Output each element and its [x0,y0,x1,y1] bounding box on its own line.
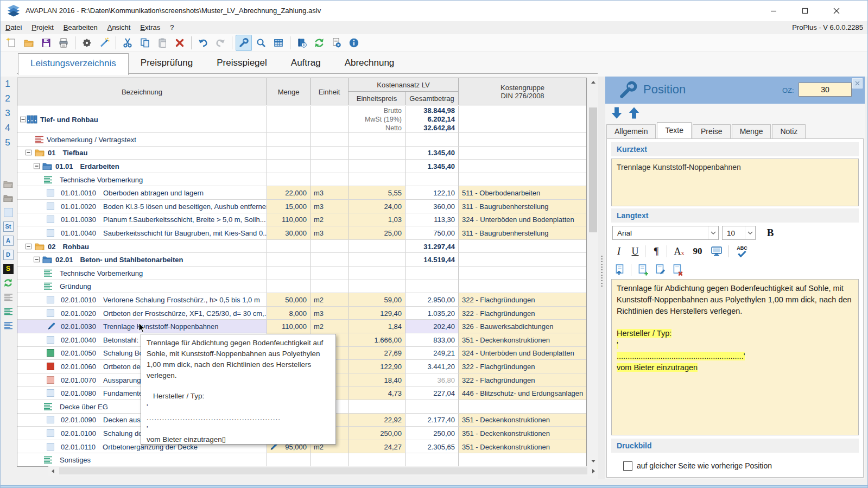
scroll-up-button[interactable] [588,78,598,87]
cell-gb[interactable]: 750,00 [406,226,459,239]
table-row-01.01.0040[interactable]: 01.01.0040 Sauberkeitsschicht für Baugru… [17,226,586,240]
cell-b[interactable]: Technische Vorbemerkung [17,173,267,186]
save-icon[interactable] [38,35,54,51]
cell-ep[interactable]: 1,03 [349,213,406,226]
outline-level-2[interactable]: 2 [1,93,15,104]
cell-gb[interactable]: 2.950,00 [406,293,459,306]
panel-tab-menge[interactable]: Menge [732,124,771,138]
scroll-down-button[interactable] [588,457,598,466]
cell-kg[interactable]: 446 - Blitzschutz- und Erdungsanlagen [459,386,586,400]
text-add-icon[interactable] [635,263,650,277]
wrench-icon[interactable] [236,35,252,51]
box-A-icon[interactable]: A [3,235,14,246]
horizontal-scrollbar-thumb[interactable] [59,467,587,474]
cell-gb[interactable]: 833,00 [406,333,459,346]
cell-kg[interactable]: 511 - Oberbodenarbeiten [459,186,586,199]
cell-e[interactable]: m2 [311,320,349,333]
copy-icon[interactable] [137,35,153,51]
expander-icon[interactable] [20,116,26,122]
cell-ep[interactable]: 4,73 [349,386,406,400]
info-circle-icon[interactable] [346,35,362,51]
table-row-01.01.0030[interactable]: 01.01.0030 Planum f.Sauberkeitsschicht, … [17,213,586,227]
cell-b[interactable]: 01.01.0020 Boden Kl.3-5 lösen und beseit… [17,200,267,213]
cell-gb[interactable]: 113,30 [406,213,459,226]
langtext-editor[interactable]: Trennlage für Abdichtung gegen Bodenfeuc… [611,279,859,435]
col-header-menge[interactable]: Menge [267,78,311,105]
cell-kg[interactable]: 351 - Deckenkonstruktionen [459,414,586,427]
cell-gb[interactable]: 122,10 [406,186,459,199]
cell-b[interactable]: 01.01.0030 Planum f.Sauberkeitsschicht, … [17,213,267,226]
folder-gray-open-icon[interactable] [3,193,14,204]
refresh-icon[interactable] [311,35,327,51]
table-row-02.01.0030[interactable]: 02.01.0030 Trennlage Kunststoff-Noppenba… [17,320,586,333]
open-folder-icon[interactable] [21,35,37,51]
panel-tab-texte[interactable]: Texte [657,122,691,138]
cell-kg[interactable]: 311 - Baugrubenherstellung [459,226,586,239]
table-row-02.01.0010[interactable]: 02.01.0010 Verlorene Schalung Frostschür… [17,293,586,307]
cell-b[interactable]: 01.01.0010 Oberboden abtragen und lagern [17,186,267,199]
cell-b[interactable]: 02.01.0020 Ortbeton der Frostschürze, XF… [17,307,267,320]
tab-auftrag[interactable]: Auftrag [279,53,333,74]
menu-item-ansicht[interactable]: Ansicht [103,21,136,34]
cell-ep[interactable]: 5,55 [349,186,406,199]
undo-icon[interactable] [195,35,211,51]
italic-button[interactable]: I [612,244,625,258]
cell-m[interactable]: 8,000 [267,307,311,320]
cell-e[interactable]: m2 [311,213,349,226]
outline-level-4[interactable]: 4 [1,123,15,134]
table-row-02[interactable]: 02 Rohbau31.297,44 [17,240,586,253]
table-row[interactable]: Tief- und RohbauBruttoMwSt (19%)Netto38.… [17,106,586,133]
same-page-checkbox[interactable] [623,461,632,471]
table-row[interactable]: Technische Vorbemerkung [17,173,586,187]
vertical-scrollbar[interactable] [588,78,598,466]
cell-gb[interactable]: 227,04 [406,386,459,400]
outline-level-3[interactable]: 3 [1,108,15,119]
cell-ep[interactable]: 1,84 [349,320,406,333]
underline-button[interactable]: U [629,244,642,258]
font-size-chevron-icon[interactable] [745,226,755,239]
cell-b[interactable]: Tief- und Rohbau [17,106,267,132]
cell-gb[interactable]: 36,80 [406,373,459,386]
close-button[interactable] [824,1,849,21]
cell-ep[interactable]: 24,27 [349,440,406,453]
note-gray-icon[interactable] [3,291,14,302]
cell-gb[interactable]: 3.441,20 [406,360,459,373]
monitor-icon[interactable] [709,244,724,258]
cell-ep[interactable]: 25,00 [349,226,406,239]
panel-tab-allgemein[interactable]: Allgemein [606,124,656,138]
kurztext-field[interactable]: Trennlage Kunststoff-Noppenbahnen [611,159,859,206]
cell-m[interactable]: 110,000 [267,213,311,226]
doc-run-icon[interactable] [328,35,345,51]
move-down-button[interactable] [610,106,624,122]
text-import-icon[interactable] [612,263,628,277]
menu-item-projekt[interactable]: Projekt [27,21,58,34]
cell-kg[interactable]: 326 - Bauwerksabdichtungen [459,320,586,333]
cell-m[interactable]: 110,000 [267,320,311,333]
panel-tab-preise[interactable]: Preise [693,124,731,138]
cell-b[interactable]: Sonstiges [17,453,267,466]
cell-kg[interactable]: 322 - Flachgründungen [459,293,586,306]
print-icon[interactable] [55,35,72,51]
box-S-highlight-icon[interactable]: S [3,263,14,274]
oz-input[interactable]: 30 [799,83,852,97]
cell-e[interactable]: m3 [311,186,349,199]
cell-ep[interactable]: 18,40 [349,373,406,386]
delete-x-icon[interactable] [172,35,188,51]
cell-ep[interactable]: 24,00 [349,200,406,213]
panel-tab-notiz[interactable]: Notiz [772,124,806,138]
menu-item-extras[interactable]: Extras [135,21,165,34]
cell-b[interactable]: Vorbemerkung / Vertragstext [17,133,267,146]
col-header-einheitspreis[interactable]: Einheitspreis [349,92,406,105]
folder-gray-closed-icon[interactable] [3,179,14,189]
panel-close-icon[interactable] [852,78,863,88]
cell-ep[interactable]: 59,00 [349,293,406,306]
scroll-right-button[interactable] [589,466,598,476]
new-document-icon[interactable] [3,35,20,51]
tab-preisprüfung[interactable]: Preisprüfung [129,53,205,74]
cut-scissors-icon[interactable] [119,35,136,51]
tab-abrechnung[interactable]: Abrechnung [333,53,407,74]
cell-m[interactable]: 30,000 [267,226,311,239]
cell-kg[interactable]: 324 - Unterböden und Bodenplatten [459,347,586,360]
move-up-button[interactable] [627,106,641,122]
col-header-gesamtbetrag[interactable]: Gesamtbetrag [406,92,459,105]
